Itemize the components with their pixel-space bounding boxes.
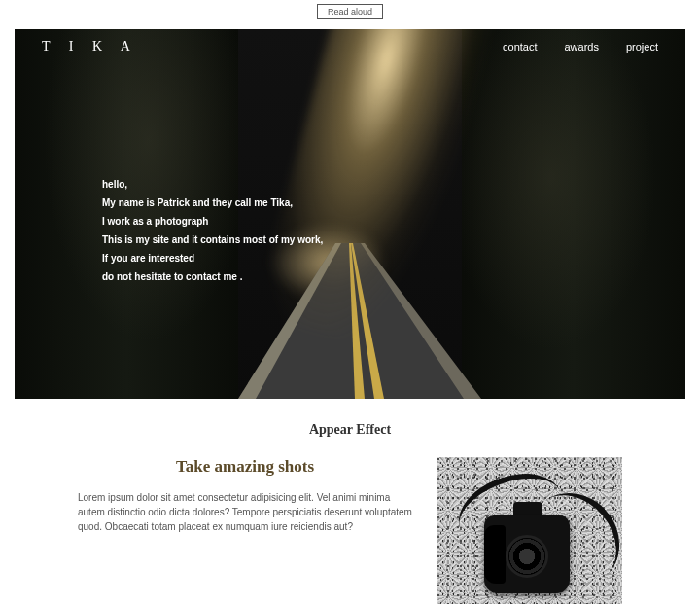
intro-line-3: I work as a photograph [102,212,323,231]
intro-line-1: hello, [102,175,323,194]
nav-link-awards[interactable]: awards [565,41,599,53]
intro-line-6: do not hesitate to contact me . [102,267,323,286]
feature-row: Take amazing shots Lorem ipsum dolor sit… [78,457,622,604]
intro-line-5: If you are interested [102,249,323,267]
nav-link-project[interactable]: project [626,41,658,53]
intro-line-2: My name is Patrick and they call me Tika… [102,194,323,212]
feature-image-camera [438,457,622,604]
intro-line-4: This is my site and it contains most of … [102,231,323,249]
feature-text-block: Take amazing shots Lorem ipsum dolor sit… [78,457,412,534]
brand-logo: T I K A [42,39,138,54]
read-aloud-button[interactable]: Read aloud [317,4,383,19]
feature-body: Lorem ipsum dolor sit amet consectetur a… [78,490,412,534]
nav-link-contact[interactable]: contact [503,41,537,53]
section-title: Appear Effect [0,422,700,438]
camera-grip [484,525,506,584]
top-toolbar: Read aloud [0,0,700,29]
hero-header: T I K A contact awards project [15,39,685,54]
primary-nav: contact awards project [503,41,658,53]
feature-heading: Take amazing shots [78,457,412,477]
camera-lens [506,535,548,578]
hero-section: T I K A contact awards project hello, My… [15,29,685,399]
hero-intro-copy: hello, My name is Patrick and they call … [102,175,323,286]
